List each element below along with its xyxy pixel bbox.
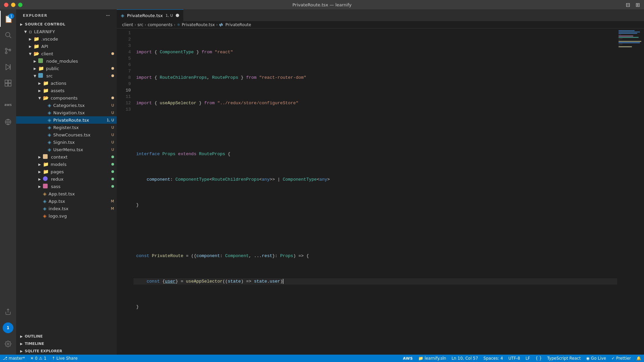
activity-bottom: 1 — [0, 304, 16, 355]
status-notification[interactable]: 🔔 — [634, 355, 644, 362]
split-icon[interactable]: ⊞ — [636, 2, 640, 8]
outline-section[interactable]: ▶ OUTLINE — [16, 333, 117, 340]
tree-item-api[interactable]: ▶ 📁 API — [16, 43, 117, 50]
breadcrumb-src[interactable]: src — [138, 22, 144, 27]
status-spaces[interactable]: Spaces: 4 — [481, 355, 505, 362]
tree-item-index[interactable]: ▶ ◈ index.tsx M — [16, 205, 117, 212]
tree-item-showcourses[interactable]: ▶ ◈ ShowCourses.tsx U — [16, 131, 117, 138]
status-errors[interactable]: ✕ 0 ⚠ 1 — [28, 355, 49, 362]
activity-search[interactable] — [0, 27, 16, 43]
explorer-badge: 1 — [9, 13, 14, 19]
tree-item-vscode[interactable]: ▶ 📁 .vscode — [16, 35, 117, 43]
activity-extensions[interactable] — [0, 75, 16, 91]
tree-item-redux[interactable]: ▶ redux — [16, 175, 117, 183]
sqlite-section[interactable]: ▶ SQLITE EXPLORER — [16, 347, 117, 355]
breadcrumb-symbol[interactable]: PrivateRoute — [219, 22, 251, 27]
user-avatar[interactable]: 1 — [3, 322, 13, 333]
tree-item-app[interactable]: ▶ ◈ App.tsx M — [16, 197, 117, 205]
tree-item-usermenu[interactable]: ▶ ◈ UserMenu.tsx U — [16, 146, 117, 153]
tree-item-actions[interactable]: ▶ 📁 actions — [16, 79, 117, 87]
activity-bar: 📋 1 aws 1 — [0, 9, 16, 355]
tab-privateroute[interactable]: ◈ PrivateRoute.tsx 1, U — [117, 9, 183, 21]
timeline-section[interactable]: ▶ TIMELINE — [16, 340, 117, 347]
prettier-icon: ✓ — [611, 356, 615, 361]
remote-icon — [5, 119, 11, 125]
register-badge: U — [111, 125, 114, 130]
status-git[interactable]: ⎇ master* — [0, 355, 28, 362]
tree-item-navigation[interactable]: ▶ ◈ Navigation.tsx U — [16, 109, 117, 116]
sidebar-content: ▼ ▫ LEARNIFY ▶ 📁 .vscode ▶ 📁 API ▼ 📂 cli… — [16, 28, 117, 333]
tab-label: PrivateRoute.tsx — [127, 13, 163, 18]
code-editor[interactable]: import { ComponentType } from "react" im… — [133, 28, 617, 355]
logo-icon: ◈ — [43, 213, 47, 219]
aws-label: AWS — [403, 356, 413, 361]
breadcrumb-file[interactable]: PrivateRoute.tsx — [182, 22, 215, 27]
activity-source-control[interactable] — [0, 43, 16, 59]
sidebar-more-icon[interactable]: ⋯ — [106, 13, 110, 18]
tree-item-app-test[interactable]: ▶ ◈ App.test.tsx — [16, 190, 117, 197]
status-language[interactable]: TypeScript React — [544, 355, 583, 362]
src-icon — [38, 73, 43, 79]
status-go-live[interactable]: ◉ Go Live — [583, 355, 608, 362]
context-label: context — [51, 155, 111, 160]
source-control-label: SOURCE CONTROL — [25, 22, 65, 26]
status-aws[interactable]: AWS — [400, 355, 416, 362]
aws-icon: aws — [4, 103, 12, 107]
maximize-button[interactable] — [18, 3, 22, 7]
activity-settings[interactable] — [0, 336, 16, 352]
status-prettier[interactable]: ✓ Prettier — [609, 355, 634, 362]
models-folder-icon: 📁 — [43, 162, 49, 167]
status-live-share[interactable]: ↑ Live Share — [49, 355, 80, 362]
titlebar-right-icons: ⊟ ⊞ — [626, 2, 640, 8]
breadcrumb-components[interactable]: components — [148, 22, 172, 27]
activity-live-share[interactable] — [0, 304, 16, 320]
node-modules-label: node_modules — [46, 59, 117, 64]
tree-item-node-modules[interactable]: ▶ node_modules — [16, 57, 117, 65]
source-control-arrow: ▶ — [20, 22, 23, 26]
tree-item-models[interactable]: ▶ 📁 models — [16, 161, 117, 168]
tree-item-register[interactable]: ▶ ◈ Register.tsx U — [16, 124, 117, 131]
status-eol[interactable]: LF — [523, 355, 533, 362]
line-col-label: Ln 10, Col 57 — [451, 356, 478, 361]
svg-rect-8 — [8, 80, 11, 83]
tree-item-privateroute[interactable]: ▶ ◈ PrivateRoute.tsx 1, U — [16, 116, 117, 124]
minimize-button[interactable] — [11, 3, 15, 7]
tree-item-context[interactable]: ▶ context — [16, 153, 117, 161]
categories-label: Categories.tsx — [53, 103, 111, 108]
status-project[interactable]: 📁 learnify.sln — [416, 355, 449, 362]
status-curly[interactable]: { } — [533, 355, 544, 362]
status-line-col[interactable]: Ln 10, Col 57 — [449, 355, 481, 362]
layout-icon[interactable]: ⊟ — [626, 2, 630, 8]
tree-item-pages[interactable]: ▶ 📁 pages — [16, 168, 117, 175]
close-button[interactable] — [4, 3, 8, 7]
status-encoding[interactable]: UTF-8 — [506, 355, 523, 362]
activity-remote[interactable] — [0, 114, 16, 130]
tree-item-signin[interactable]: ▶ ◈ Signin.tsx U — [16, 138, 117, 146]
tree-root-learnify[interactable]: ▼ ▫ LEARNIFY — [16, 28, 117, 35]
activity-explorer[interactable]: 📋 1 — [0, 11, 16, 27]
privateroute-label: PrivateRoute.tsx — [53, 118, 107, 123]
tree-item-categories[interactable]: ▶ ◈ Categories.tsx U — [16, 102, 117, 109]
run-icon — [4, 63, 12, 71]
code-line-6: component: ComponentType<RouteChildrenPr… — [133, 176, 617, 183]
source-control-section[interactable]: ▶ SOURCE CONTROL — [16, 20, 117, 28]
activity-aws[interactable]: aws — [0, 97, 16, 113]
client-arrow: ▼ — [28, 52, 32, 56]
tree-item-client[interactable]: ▼ 📂 client — [16, 50, 117, 57]
editor[interactable]: 12345 6789 10 111213 import { ComponentT… — [117, 28, 644, 355]
tab-modified-dot — [176, 14, 179, 17]
error-count: 0 — [35, 356, 38, 361]
eol-label: LF — [526, 356, 530, 361]
tree-item-src[interactable]: ▼ src — [16, 72, 117, 79]
signin-icon: ◈ — [48, 139, 51, 145]
tree-item-public[interactable]: ▶ 📁 public — [16, 65, 117, 72]
tree-item-sass[interactable]: ▶ sass — [16, 183, 117, 190]
breadcrumb-client[interactable]: client — [122, 22, 133, 27]
tree-item-logo[interactable]: ▶ ◈ logo.svg — [16, 212, 117, 220]
tree-item-components[interactable]: ▼ 📂 components — [16, 94, 117, 102]
svg-point-3 — [5, 52, 7, 54]
register-icon: ◈ — [48, 125, 51, 130]
code-line-8 — [133, 227, 617, 234]
tree-item-assets[interactable]: ▶ 📁 assets — [16, 87, 117, 94]
activity-run[interactable] — [0, 59, 16, 75]
